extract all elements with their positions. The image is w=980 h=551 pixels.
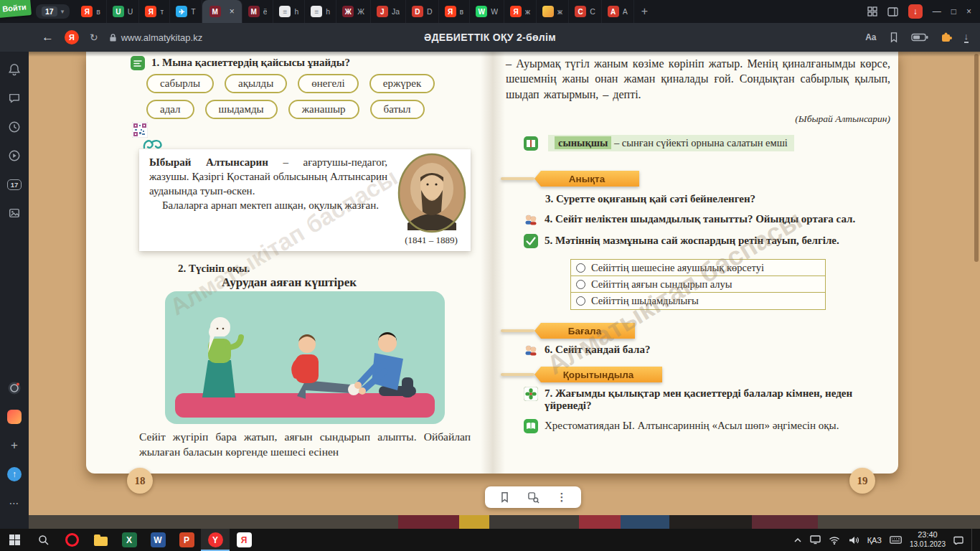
keyboard-icon[interactable] <box>890 536 902 544</box>
ribbon-label: Қорытындыла <box>534 367 662 382</box>
taskbar-search-icon[interactable] <box>29 529 57 551</box>
minimize-button[interactable]: — <box>933 6 941 17</box>
browser-tab[interactable]: ✈ Т × <box>170 0 202 23</box>
image-search-icon[interactable] <box>524 488 542 507</box>
tab-close-icon[interactable]: × <box>230 6 235 17</box>
action-center-icon[interactable] <box>953 536 963 545</box>
task-4-text: 4. Сейіт неліктен шыдамдылық танытты? Ой… <box>545 213 855 225</box>
plan-row: Сейіттің аяғын сындырып алуы <box>571 276 825 293</box>
plan-option-text: Сейіттің шыдамдылығы <box>591 295 699 307</box>
browser-tab[interactable]: С С × <box>569 0 602 23</box>
bookmark-icon[interactable] <box>495 488 514 507</box>
tab-title: т <box>160 7 164 16</box>
browser-tab[interactable]: Я т × <box>139 0 170 23</box>
show-desktop-sliver[interactable] <box>971 529 974 551</box>
tab-title: ё <box>263 7 268 16</box>
excel-app-icon[interactable]: X <box>115 529 143 551</box>
tab-favicon-icon: Ж <box>342 6 354 17</box>
tab-favicon-icon: Я <box>510 6 522 17</box>
sidebar-bottom-group: + ↑ ⋯ <box>6 380 23 523</box>
gallery-icon[interactable] <box>6 204 23 222</box>
market-icon[interactable] <box>6 408 23 425</box>
share-up-icon[interactable]: ↑ <box>6 466 23 483</box>
sidebar-more-icon[interactable]: ⋯ <box>6 494 23 512</box>
browser-tab[interactable]: М ё × <box>242 0 274 23</box>
tab-title: h <box>326 7 330 16</box>
tab-counter-control[interactable]: 17 ▾ <box>36 4 70 19</box>
clock[interactable]: 23:40 13.01.2023 <box>910 530 946 549</box>
tray-expand-icon[interactable] <box>793 537 802 543</box>
downloads-button[interactable]: ↓ <box>908 4 923 19</box>
quality-pill: сабырлы <box>146 74 214 93</box>
quality-pill: шыдамды <box>205 100 278 119</box>
browser-tab[interactable]: ≡ h × <box>305 0 336 23</box>
browser-tab[interactable]: D D × <box>406 0 439 23</box>
thumbnail-block <box>489 515 579 529</box>
side-panel-icon[interactable] <box>887 7 898 17</box>
quality-row-1: сабырлыақылдыөнегеліержүрек <box>146 74 481 93</box>
back-icon[interactable]: ← <box>42 30 54 44</box>
video-play-icon[interactable] <box>6 147 23 164</box>
status-ring-icon[interactable] <box>6 380 23 397</box>
start-button[interactable] <box>0 529 29 551</box>
browser-tab[interactable]: Ж Ж × <box>336 0 371 23</box>
history-clock-icon[interactable] <box>6 118 23 136</box>
browser-tab[interactable]: Я ж × <box>504 0 537 23</box>
maximize-button[interactable]: □ <box>951 6 956 17</box>
download-icon[interactable]: ↓ <box>964 32 969 43</box>
login-badge[interactable]: Войти <box>0 0 32 18</box>
tabs-panel-icon[interactable]: 17 <box>6 176 23 193</box>
browser-tab[interactable]: М × <box>202 0 242 23</box>
tab-favicon-icon: С <box>575 6 586 17</box>
browser-tab[interactable]: W W × <box>470 0 504 23</box>
browser-tab[interactable]: J Ja × <box>371 0 406 23</box>
explorer-app-icon[interactable] <box>86 529 115 551</box>
task-2-text: 2. Түсініп оқы. <box>178 263 250 275</box>
url-field[interactable]: www.almatykitap.kz <box>109 32 202 43</box>
extension-puzzle-icon[interactable] <box>941 32 952 43</box>
browser-tab[interactable]: Я в × <box>439 0 471 23</box>
window-controls: ↓ — □ × <box>867 4 980 19</box>
yandex-badge-icon[interactable]: Я <box>65 30 79 44</box>
browser-tab[interactable]: А А × <box>602 0 634 23</box>
wifi-icon[interactable] <box>829 536 840 545</box>
language-indicator[interactable]: ҚАЗ <box>867 536 882 545</box>
browser-tab[interactable]: ≡ h × <box>273 0 305 23</box>
tab-favicon-icon: А <box>608 6 619 17</box>
new-tab-button[interactable]: + <box>634 5 655 18</box>
word-app-icon[interactable]: W <box>143 529 172 551</box>
more-options-icon[interactable]: ⋮ <box>552 488 571 507</box>
close-button[interactable]: × <box>966 6 971 17</box>
yandex-app-icon[interactable]: Я <box>230 529 258 551</box>
task-6: 6. Сейіт қандай бала? <box>524 344 891 357</box>
tab-title: в <box>96 7 100 16</box>
task-2: 2. Түсініп оқы. <box>178 263 250 275</box>
viewer-scrollbar[interactable] <box>974 54 979 262</box>
browser-tab[interactable]: U U × <box>107 0 140 23</box>
scroll-ornament-icon <box>142 137 166 154</box>
bookmark-flag-icon[interactable] <box>889 32 899 43</box>
font-size-icon[interactable]: Aa <box>865 32 876 42</box>
display-icon[interactable] <box>810 535 821 545</box>
tab-favicon-icon: Я <box>445 6 456 17</box>
powerpoint-app-icon[interactable]: P <box>172 529 201 551</box>
notifications-bell-icon[interactable] <box>6 61 23 78</box>
browser-tab[interactable]: Я в × <box>75 0 107 23</box>
quality-pill: батыл <box>370 100 425 119</box>
messenger-icon[interactable] <box>6 90 23 107</box>
tab-title: W <box>491 7 498 16</box>
time: 23:40 <box>918 530 938 540</box>
opera-app-icon[interactable] <box>57 529 86 551</box>
quality-pill: өнегелі <box>298 74 358 93</box>
tab-title: U <box>128 7 133 16</box>
volume-icon[interactable] <box>848 536 859 545</box>
sidebar-tab-count: 17 <box>7 179 22 190</box>
apps-grid-icon[interactable] <box>867 6 877 17</box>
refresh-icon[interactable]: ↻ <box>90 32 98 43</box>
tab-title: А <box>623 7 628 16</box>
battery-saver-icon[interactable] <box>911 33 928 42</box>
browser-tab[interactable]: ж × <box>537 0 569 23</box>
up-arrow-icon: ↑ <box>7 467 22 481</box>
add-panel-icon[interactable]: + <box>6 437 23 454</box>
yandex-browser-app-icon[interactable]: Y <box>201 529 230 551</box>
